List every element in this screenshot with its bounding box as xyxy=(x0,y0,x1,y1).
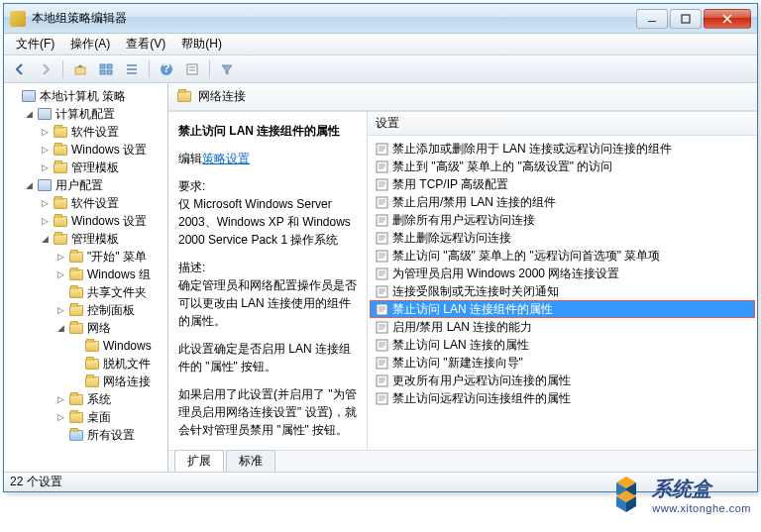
forward-button[interactable] xyxy=(34,58,57,80)
setting-label: 禁止访问 "新建连接向导" xyxy=(392,355,523,372)
tabs: 扩展 标准 xyxy=(168,450,757,472)
tree-user-config[interactable]: ◢用户配置 xyxy=(22,176,167,194)
tree-network-connections[interactable]: 网络连接 xyxy=(69,372,167,390)
tree-item[interactable]: 所有设置 xyxy=(54,426,167,444)
tree-network[interactable]: ◢网络 xyxy=(54,319,167,337)
expand-icon[interactable]: ▷ xyxy=(40,216,51,227)
tree-admin-templates[interactable]: ◢管理模板 xyxy=(38,230,167,248)
setting-label: 禁止添加或删除用于 LAN 连接或远程访问连接的组件 xyxy=(392,141,672,158)
tree-item[interactable]: ▷桌面 xyxy=(54,408,167,426)
setting-row[interactable]: 禁止到 "高级" 菜单上的 "高级设置" 的访问 xyxy=(370,158,755,175)
collapse-icon[interactable]: ◢ xyxy=(40,234,51,245)
menu-action[interactable]: 操作(A) xyxy=(62,34,118,54)
list-icons-button[interactable] xyxy=(94,58,118,80)
maximize-button[interactable] xyxy=(670,9,702,29)
tree-item[interactable]: 共享文件夹 xyxy=(54,283,167,301)
tree-item[interactable]: ▷系统 xyxy=(54,390,167,408)
collapse-icon[interactable]: ◢ xyxy=(24,109,35,120)
tab-extended[interactable]: 扩展 xyxy=(174,450,224,472)
settings-list[interactable]: 禁止添加或删除用于 LAN 连接或远程访问连接的组件禁止到 "高级" 菜单上的 … xyxy=(368,136,757,450)
policy-icon xyxy=(375,302,388,316)
setting-row[interactable]: 启用/禁用 LAN 连接的能力 xyxy=(370,318,755,336)
expand-icon[interactable]: ▷ xyxy=(40,145,51,156)
setting-row[interactable]: 删除所有用户远程访问连接 xyxy=(370,211,755,229)
description-text: 此设置确定是否启用 LAN 连接组件的 "属性" 按钮。 xyxy=(178,340,357,375)
setting-row[interactable]: 禁止访问远程访问连接组件的属性 xyxy=(370,389,755,407)
content-header: 网络连接 xyxy=(168,83,757,111)
setting-row[interactable]: 禁止访问 "新建连接向导" xyxy=(370,354,755,372)
policy-title: 禁止访问 LAN 连接组件的属性 xyxy=(178,122,357,140)
expand-icon[interactable]: ▷ xyxy=(40,162,51,173)
svg-rect-5 xyxy=(107,70,112,74)
collapse-icon[interactable]: ◢ xyxy=(24,180,35,191)
policy-icon xyxy=(375,391,388,405)
menu-file[interactable]: 文件(F) xyxy=(8,34,62,54)
back-button[interactable] xyxy=(8,58,32,80)
folder-icon xyxy=(176,90,192,104)
setting-row[interactable]: 禁止添加或删除用于 LAN 连接或远程访问连接的组件 xyxy=(370,140,755,158)
expand-icon[interactable]: ▷ xyxy=(55,305,66,316)
tree-item[interactable]: ▷Windows 设置 xyxy=(38,141,167,159)
setting-row[interactable]: 禁止访问 LAN 连接组件的属性 xyxy=(370,300,755,318)
svg-rect-18 xyxy=(377,304,387,315)
setting-row[interactable]: 禁止启用/禁用 LAN 连接的组件 xyxy=(370,193,755,211)
toolbar: ? xyxy=(4,55,757,83)
setting-row[interactable]: 更改所有用户远程访问连接的属性 xyxy=(370,372,755,389)
tree-item[interactable]: 脱机文件 xyxy=(69,355,167,372)
tree-item[interactable]: ▷控制面板 xyxy=(54,301,167,319)
tree-item[interactable]: ▷软件设置 xyxy=(38,123,167,141)
menu-help[interactable]: 帮助(H) xyxy=(173,34,230,54)
minimize-button[interactable] xyxy=(636,9,668,29)
setting-label: 为管理员启用 Windows 2000 网络连接设置 xyxy=(392,266,619,282)
svg-rect-9 xyxy=(377,144,387,155)
tree-item[interactable]: ▷Windows 设置 xyxy=(38,212,167,230)
menu-view[interactable]: 查看(V) xyxy=(118,34,173,54)
help-button[interactable]: ? xyxy=(155,58,178,80)
close-button[interactable] xyxy=(704,9,751,29)
policy-icon xyxy=(375,266,388,280)
expand-icon[interactable]: ▷ xyxy=(55,269,66,280)
svg-text:?: ? xyxy=(163,62,169,75)
expand-icon[interactable]: ▷ xyxy=(55,412,66,423)
policy-icon xyxy=(375,177,388,191)
svg-rect-14 xyxy=(377,233,387,244)
tree-item[interactable]: Windows xyxy=(69,337,167,355)
details-button[interactable] xyxy=(120,58,144,80)
properties-button[interactable] xyxy=(180,58,204,80)
setting-row[interactable]: 为管理员启用 Windows 2000 网络连接设置 xyxy=(370,265,755,282)
tree-pane[interactable]: 本地计算机 策略 ◢计算机配置 ▷软件设置 ▷Windows 设置 ▷管理模板 xyxy=(4,83,168,472)
edit-policy-link[interactable]: 策略设置 xyxy=(202,152,250,165)
tree-item[interactable]: ▷Windows 组 xyxy=(54,266,167,283)
setting-row[interactable]: 禁止访问 LAN 连接的属性 xyxy=(370,336,755,354)
svg-rect-3 xyxy=(107,64,112,68)
tree-root[interactable]: 本地计算机 策略 xyxy=(6,87,167,105)
svg-rect-1 xyxy=(75,67,85,74)
collapse-icon[interactable]: ◢ xyxy=(55,323,66,334)
setting-row[interactable]: 禁用 TCP/IP 高级配置 xyxy=(370,175,755,193)
svg-rect-2 xyxy=(100,64,105,68)
expand-icon[interactable]: ▷ xyxy=(55,394,66,405)
titlebar[interactable]: 本地组策略编辑器 xyxy=(4,4,757,34)
expand-icon[interactable]: ▷ xyxy=(55,252,66,263)
filter-button[interactable] xyxy=(215,58,239,80)
tree-item[interactable]: ▷管理模板 xyxy=(38,159,167,176)
setting-row[interactable]: 禁止访问 "高级" 菜单上的 "远程访问首选项" 菜单项 xyxy=(370,247,755,265)
tree-computer-config[interactable]: ◢计算机配置 xyxy=(22,105,167,123)
setting-row[interactable]: 禁止删除远程访问连接 xyxy=(370,229,755,247)
up-button[interactable] xyxy=(68,58,92,80)
list-column-header[interactable]: 设置 xyxy=(368,112,757,136)
window-title: 本地组策略编辑器 xyxy=(32,10,634,27)
app-icon xyxy=(10,11,26,27)
tree-item[interactable]: ▷"开始" 菜单 xyxy=(54,248,167,266)
svg-rect-23 xyxy=(377,393,387,404)
setting-row[interactable]: 连接受限制或无连接时关闭通知 xyxy=(370,282,755,300)
setting-label: 禁止删除远程访问连接 xyxy=(392,230,511,247)
policy-icon xyxy=(375,373,388,387)
tree-item[interactable]: ▷软件设置 xyxy=(38,194,167,212)
svg-rect-8 xyxy=(187,64,197,74)
details-pane[interactable]: 禁止访问 LAN 连接组件的属性 编辑策略设置 要求: 仅 Microsoft … xyxy=(168,112,368,450)
policy-icon xyxy=(375,284,388,298)
tab-standard[interactable]: 标准 xyxy=(226,450,275,472)
expand-icon[interactable]: ▷ xyxy=(40,127,51,138)
expand-icon[interactable]: ▷ xyxy=(40,198,51,209)
